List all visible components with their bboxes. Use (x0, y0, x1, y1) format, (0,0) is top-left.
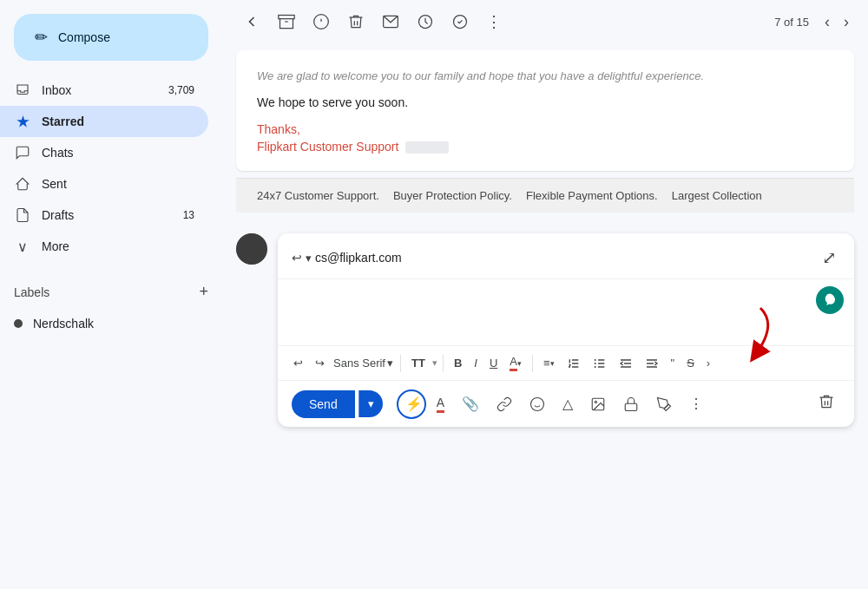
reply-header: ↩ ▾ cs@flipkart.com ⤢ (278, 233, 854, 279)
email-toolbar: ⋮ 7 of 15 ‹ › (222, 0, 868, 43)
strikethrough-button[interactable]: S (681, 353, 700, 373)
drafts-label: Drafts (42, 208, 183, 222)
add-label-button[interactable]: + (199, 283, 208, 301)
label-dot-icon (14, 319, 23, 328)
user-avatar (236, 233, 267, 265)
text-size-button[interactable]: TT (406, 353, 431, 373)
page-info: 7 of 15 (774, 16, 809, 29)
color-dropdown-icon: ▾ (517, 359, 522, 368)
starred-label: Starred (42, 115, 194, 128)
bold-button[interactable]: B (449, 353, 467, 373)
more-action-button[interactable]: ⋮ (682, 390, 710, 417)
lightning-button[interactable]: ⚡ (397, 389, 426, 419)
reply-section: ↩ ▾ cs@flipkart.com ⤢ (236, 233, 854, 427)
inbox-label: Inbox (42, 83, 168, 97)
delete-toolbar-button[interactable] (340, 8, 372, 36)
lock-button[interactable] (616, 391, 646, 417)
sidebar-item-starred[interactable]: ★ Starred (0, 106, 208, 137)
font-dropdown-icon: ▾ (387, 357, 393, 370)
chats-icon (14, 145, 31, 160)
svg-rect-28 (625, 403, 637, 410)
italic-button[interactable]: I (469, 353, 483, 373)
send-dropdown-button[interactable]: ▾ (358, 390, 383, 417)
reply-to-area: ↩ ▾ cs@flipkart.com (292, 251, 812, 265)
email-footer: 24x7 Customer Support. Buyer Protection … (236, 178, 854, 213)
labels-section: Labels + (0, 269, 222, 308)
reply-to-email: cs@flipkart.com (315, 251, 402, 265)
snooze-button[interactable] (410, 8, 441, 36)
reply-text-area[interactable] (292, 286, 840, 338)
text-color-format-button[interactable]: A ▾ (504, 351, 527, 375)
next-email-button[interactable]: › (838, 8, 854, 36)
sidebar-item-more[interactable]: ∨ More (0, 231, 208, 262)
sidebar: ✏ Compose Inbox 3,709 ★ Starred Chats Se… (0, 0, 222, 589)
email-serve-text: We hope to serve you soon. (257, 93, 833, 112)
sidebar-item-drafts[interactable]: Drafts 13 (0, 200, 208, 231)
text-color-action-button[interactable]: A (430, 390, 451, 418)
sidebar-item-chats[interactable]: Chats (0, 137, 208, 168)
email-content-area: We are glad to welcome you to our family… (222, 43, 868, 589)
svg-point-16 (594, 366, 595, 368)
redo-button[interactable]: ↪ (310, 353, 330, 373)
svg-point-15 (594, 363, 595, 364)
send-button[interactable]: Send (292, 390, 355, 418)
expand-reply-button[interactable]: ⤢ (819, 244, 840, 272)
compose-icon: ✏ (35, 28, 48, 47)
blurred-image (405, 141, 449, 154)
more-toolbar-button[interactable]: ⋮ (479, 7, 509, 36)
back-button[interactable] (236, 8, 267, 36)
font-select[interactable]: Sans Serif ▾ (332, 353, 395, 373)
svg-point-14 (594, 359, 595, 361)
quote-button[interactable]: " (666, 353, 681, 373)
svg-point-23 (531, 397, 544, 410)
email-brand-text: Flipkart Customer Support (257, 140, 833, 154)
archive-button[interactable] (271, 8, 302, 36)
spacer (236, 213, 854, 233)
indent-less-button[interactable] (614, 353, 638, 374)
report-button[interactable] (306, 8, 337, 36)
sidebar-item-sent[interactable]: Sent (0, 168, 208, 200)
underline-button[interactable]: U (484, 353, 503, 373)
avatar-image (236, 233, 267, 265)
label-nerdschalk-text: Nerdschalk (33, 317, 94, 330)
format-toolbar: ↩ ↪ Sans Serif ▾ TT ▾ B I U (278, 345, 854, 380)
prev-email-button[interactable]: ‹ (819, 8, 835, 36)
sidebar-item-inbox[interactable]: Inbox 3,709 (0, 75, 208, 106)
ul-button[interactable] (588, 353, 612, 374)
divider-2 (443, 355, 444, 372)
email-body-card: We are glad to welcome you to our family… (236, 50, 854, 171)
reply-compose-card: ↩ ▾ cs@flipkart.com ⤢ (278, 233, 854, 427)
signature-button[interactable] (649, 391, 679, 417)
footer-item-3: Flexible Payment Options. (526, 189, 658, 202)
align-button[interactable]: ≡▾ (538, 353, 560, 373)
link-button[interactable] (490, 391, 519, 417)
attach-button[interactable]: 📎 (455, 390, 486, 417)
footer-item-1: 24x7 Customer Support. (257, 189, 379, 202)
mark-done-button[interactable] (444, 8, 476, 36)
reply-body[interactable] (278, 279, 854, 345)
compose-label: Compose (58, 30, 110, 44)
discard-button[interactable] (812, 388, 840, 420)
image-insert-button[interactable] (583, 391, 613, 417)
more-format-button[interactable]: › (701, 353, 715, 373)
emoji-button[interactable] (523, 391, 552, 417)
footer-item-4: Largest Collection (672, 189, 762, 202)
labels-title: Labels (14, 285, 49, 299)
text-color-action-indicator: A (437, 396, 444, 413)
starred-icon: ★ (14, 114, 31, 130)
reply-wrapper: ↩ ▾ cs@flipkart.com ⤢ (236, 233, 854, 427)
undo-button[interactable]: ↩ (288, 353, 308, 373)
brand-label: Flipkart Customer Support (257, 140, 398, 154)
divider-3 (532, 355, 533, 372)
ol-button[interactable] (562, 353, 586, 374)
text-size-dropdown-icon: ▾ (432, 357, 437, 369)
divider-1 (400, 355, 401, 372)
more-label: More (42, 239, 194, 253)
drive-button[interactable]: △ (556, 390, 580, 417)
indent-more-button[interactable] (640, 353, 664, 374)
email-toolbar-button[interactable] (375, 8, 406, 36)
svg-point-27 (595, 401, 596, 402)
sent-label: Sent (42, 177, 194, 191)
compose-button[interactable]: ✏ Compose (14, 14, 208, 61)
label-nerdschalk[interactable]: Nerdschalk (0, 308, 208, 339)
